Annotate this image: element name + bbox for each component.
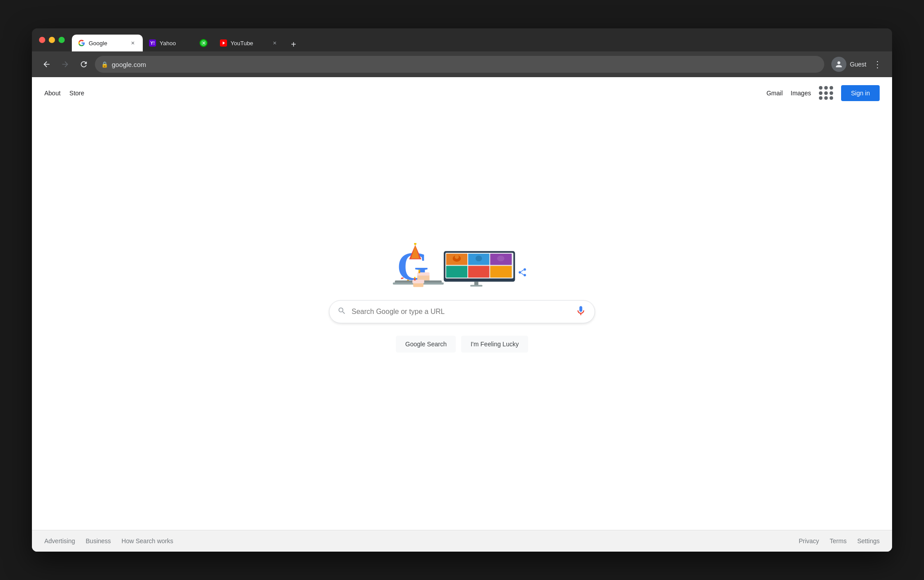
- sign-in-button[interactable]: Sign in: [841, 85, 880, 101]
- tab-yahoo-close-button[interactable]: ✕: [200, 39, 208, 47]
- profile-button[interactable]: [831, 57, 846, 72]
- search-main: G: [32, 101, 892, 530]
- apps-dot-8: [824, 96, 828, 100]
- svg-rect-20: [468, 266, 489, 278]
- apps-dot-6: [830, 91, 833, 95]
- tab-yahoo[interactable]: Y! Yahoo ✕: [143, 35, 214, 51]
- search-box-wrapper: [329, 300, 595, 323]
- google-favicon: [78, 39, 85, 47]
- nav-bar: 🔒 google.com Guest ⋮: [32, 51, 892, 77]
- search-buttons: Google Search I'm Feeling Lucky: [396, 336, 528, 353]
- doodle-svg: G: [393, 243, 531, 288]
- svg-point-23: [454, 255, 458, 259]
- tab-youtube-close-button[interactable]: ✕: [270, 39, 278, 47]
- youtube-favicon: [220, 39, 227, 47]
- apps-dot-5: [824, 91, 828, 95]
- apps-dot-4: [819, 91, 822, 95]
- apps-dot-3: [830, 86, 833, 90]
- svg-rect-27: [470, 285, 482, 287]
- window-controls: [39, 37, 65, 43]
- svg-point-37: [524, 274, 526, 277]
- new-tab-button[interactable]: +: [286, 37, 301, 51]
- settings-link[interactable]: Settings: [857, 537, 880, 545]
- google-search-button[interactable]: Google Search: [396, 336, 456, 353]
- google-footer: Advertising Business How Search works Pr…: [32, 530, 892, 552]
- tab-google[interactable]: Google ✕: [72, 35, 143, 51]
- svg-point-33: [414, 277, 416, 278]
- apps-icon[interactable]: [819, 86, 833, 100]
- forward-button[interactable]: [58, 57, 73, 72]
- page-content: About Store Gmail Images Sign in: [32, 77, 892, 552]
- about-link[interactable]: About: [44, 90, 61, 97]
- privacy-link[interactable]: Privacy: [799, 537, 819, 545]
- close-window-button[interactable]: [39, 37, 45, 43]
- how-search-works-link[interactable]: How Search works: [121, 537, 173, 545]
- microphone-icon[interactable]: [575, 305, 587, 318]
- search-input[interactable]: [352, 308, 570, 316]
- profile-area: Guest ⋮: [831, 57, 885, 72]
- svg-point-24: [475, 255, 482, 261]
- top-nav-right: Gmail Images Sign in: [767, 85, 880, 101]
- apps-dot-2: [824, 86, 828, 90]
- store-link[interactable]: Store: [70, 90, 84, 97]
- svg-rect-21: [490, 266, 512, 278]
- svg-point-13: [419, 270, 420, 271]
- back-button[interactable]: [39, 57, 54, 72]
- svg-point-25: [497, 255, 505, 261]
- im-feeling-lucky-button[interactable]: I'm Feeling Lucky: [461, 336, 528, 353]
- svg-rect-19: [446, 266, 467, 278]
- business-link[interactable]: Business: [86, 537, 111, 545]
- apps-dot-7: [819, 96, 822, 100]
- tab-youtube[interactable]: YouTube ✕: [214, 35, 285, 51]
- tab-google-close-button[interactable]: ✕: [129, 39, 137, 47]
- apps-dot-1: [819, 86, 822, 90]
- advertising-link[interactable]: Advertising: [44, 537, 75, 545]
- google-doodle[interactable]: G: [393, 243, 531, 288]
- reload-button[interactable]: [76, 57, 91, 72]
- title-bar: Google ✕ Y! Yahoo ✕ YouTube ✕: [32, 28, 892, 51]
- browser-menu-button[interactable]: ⋮: [870, 57, 885, 72]
- gmail-link[interactable]: Gmail: [767, 90, 783, 97]
- search-icon: [337, 306, 346, 317]
- footer-right: Privacy Terms Settings: [799, 537, 880, 545]
- svg-line-39: [521, 273, 524, 275]
- maximize-window-button[interactable]: [59, 37, 65, 43]
- google-top-nav: About Store Gmail Images Sign in: [32, 77, 892, 101]
- browser-window: Google ✕ Y! Yahoo ✕ YouTube ✕: [32, 28, 892, 552]
- lock-icon: 🔒: [101, 61, 108, 68]
- minimize-window-button[interactable]: [49, 37, 55, 43]
- footer-left: Advertising Business How Search works: [44, 537, 173, 545]
- yahoo-favicon: Y!: [149, 39, 156, 47]
- terms-link[interactable]: Terms: [830, 537, 846, 545]
- tab-yahoo-label: Yahoo: [160, 40, 196, 47]
- address-text: google.com: [112, 61, 146, 68]
- top-nav-left: About Store: [44, 90, 84, 97]
- svg-point-36: [524, 268, 526, 271]
- search-box[interactable]: [329, 300, 595, 323]
- tab-youtube-label: YouTube: [231, 40, 267, 47]
- svg-point-35: [519, 271, 521, 274]
- tab-google-label: Google: [89, 40, 125, 47]
- apps-dot-9: [830, 96, 833, 100]
- guest-label: Guest: [850, 61, 866, 68]
- svg-line-38: [521, 270, 524, 272]
- address-bar[interactable]: 🔒 google.com: [95, 56, 824, 73]
- tabs-bar: Google ✕ Y! Yahoo ✕ YouTube ✕: [72, 28, 885, 51]
- images-link[interactable]: Images: [791, 90, 811, 97]
